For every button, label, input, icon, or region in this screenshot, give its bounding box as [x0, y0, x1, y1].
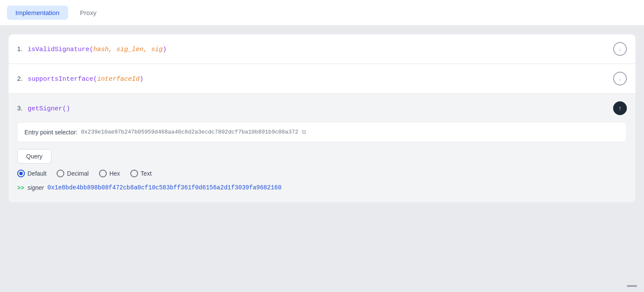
- result-arrows-icon: >>: [17, 184, 24, 191]
- tab-bar: Implementation Proxy: [0, 0, 644, 26]
- down-arrow-icon-2: ↓: [619, 75, 622, 82]
- radio-circle-decimal: [57, 170, 64, 177]
- radio-item-decimal[interactable]: Decimal: [57, 170, 89, 177]
- collapse-button-3[interactable]: ↑: [613, 101, 627, 115]
- radio-circle-hex: [99, 170, 107, 177]
- radio-dot-default: [19, 172, 23, 175]
- radio-circle-default: [17, 170, 25, 177]
- bottom-bar: [0, 280, 644, 292]
- entry-point-box: Entry point selector: 0x239e10ae97b247b0…: [17, 122, 627, 142]
- radio-label-hex: Hex: [109, 170, 120, 177]
- result-row: >> signer 0x1e8bde4bb898b08f472cb8a0cf10…: [17, 184, 627, 191]
- radio-item-hex[interactable]: Hex: [99, 170, 120, 177]
- tab-implementation[interactable]: Implementation: [7, 6, 68, 20]
- query-button[interactable]: Query: [17, 149, 51, 164]
- down-arrow-icon-1: ↓: [619, 46, 622, 52]
- up-arrow-icon-3: ↑: [619, 105, 622, 112]
- radio-circle-text: [130, 170, 138, 177]
- function-signature-2: 2. supportsInterface(interfaceId): [17, 75, 143, 83]
- radio-label-decimal: Decimal: [67, 170, 89, 177]
- tab-proxy[interactable]: Proxy: [72, 6, 105, 20]
- expand-button-1[interactable]: ↓: [613, 42, 627, 56]
- radio-group: Default Decimal Hex Text: [17, 170, 627, 177]
- result-key: signer: [27, 184, 44, 191]
- function-row-3: 3. getSigner() ↑: [17, 101, 627, 115]
- radio-item-default[interactable]: Default: [17, 170, 46, 177]
- radio-label-text: Text: [141, 170, 152, 177]
- result-value: 0x1e8bde4bb898b08f472cb8a0cf10c583bff361…: [48, 184, 282, 191]
- expanded-body-3: Entry point selector: 0x239e10ae97b247b0…: [17, 115, 627, 195]
- function-item-1: 1. isValidSignature(hash, sig_len, sig) …: [9, 34, 635, 64]
- function-name-1: isValidSignature(hash, sig_len, sig): [27, 46, 166, 53]
- main-content: 1. isValidSignature(hash, sig_len, sig) …: [0, 26, 644, 292]
- copy-icon[interactable]: ⧉: [302, 128, 306, 136]
- entry-point-label: Entry point selector:: [24, 129, 78, 136]
- function-name-3: getSigner(): [27, 105, 70, 113]
- entry-point-value: 0x239e10ae97b247b05959d468aa46c8d2a3ecdc…: [81, 129, 298, 135]
- function-item-2: 2. supportsInterface(interfaceId) ↓: [9, 64, 635, 94]
- function-number-2: 2.: [17, 75, 23, 82]
- function-number-1: 1.: [17, 45, 23, 52]
- function-row-2: 2. supportsInterface(interfaceId) ↓: [17, 72, 627, 85]
- function-signature-3: 3. getSigner(): [17, 104, 70, 113]
- function-signature-1: 1. isValidSignature(hash, sig_len, sig): [17, 45, 166, 53]
- collapse-bar[interactable]: [627, 285, 637, 287]
- function-name-2: supportsInterface(interfaceId): [27, 76, 143, 83]
- function-params-2: interfaceId: [97, 76, 139, 83]
- function-item-3: 3. getSigner() ↑ Entry point selector: 0…: [9, 94, 635, 202]
- function-row-1: 1. isValidSignature(hash, sig_len, sig) …: [17, 42, 627, 56]
- expand-button-2[interactable]: ↓: [613, 72, 627, 85]
- function-number-3: 3.: [17, 104, 23, 112]
- function-list: 1. isValidSignature(hash, sig_len, sig) …: [9, 34, 635, 202]
- function-params-1: hash, sig_len, sig: [93, 46, 163, 53]
- radio-label-default: Default: [27, 170, 46, 177]
- radio-item-text[interactable]: Text: [130, 170, 152, 177]
